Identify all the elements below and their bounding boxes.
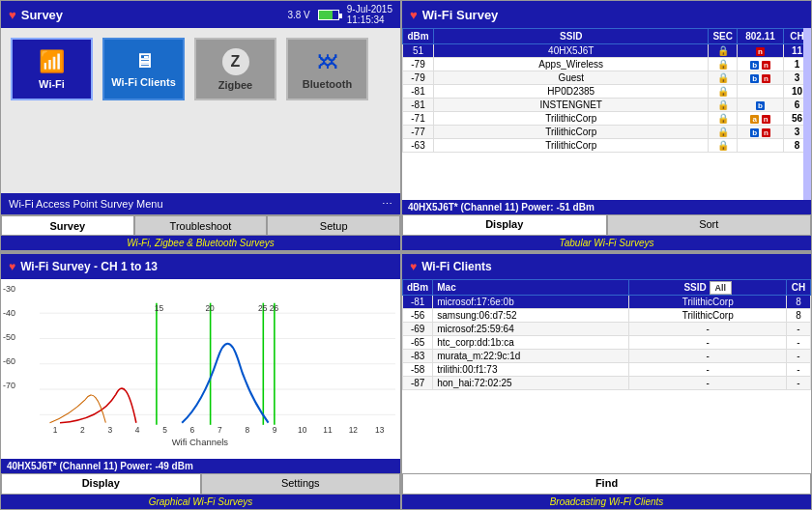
standard-tag-b: b <box>750 128 759 137</box>
y-label-60: -60 <box>3 356 15 366</box>
wifi-table-row[interactable]: -71TrilithicCorp🔒a n 56 <box>403 112 811 126</box>
lock-icon: 🔒 <box>717 45 729 56</box>
date-display: 9-Jul-2015 <box>347 4 392 14</box>
graph-tab-display[interactable]: Display <box>1 473 201 495</box>
clients-table-row[interactable]: -56samsung:06:d7:52TrilithicCorp8 <box>403 309 811 323</box>
svg-text:5: 5 <box>162 425 167 435</box>
survey-title: Survey <box>21 8 63 22</box>
graph-tab-bar: Display Settings <box>1 473 400 495</box>
lock-icon: 🔒 <box>717 86 729 97</box>
standard-tag-n: n <box>762 128 770 137</box>
svg-text:10: 10 <box>298 425 307 435</box>
wifi-row-dbm: -71 <box>403 112 434 126</box>
clients-table-row[interactable]: -69microsof:25:59:64-- <box>403 323 811 336</box>
client-ch: - <box>787 377 811 390</box>
wifi-row-sec: 🔒 <box>709 112 738 126</box>
clients-tab-find[interactable]: Find <box>402 473 811 495</box>
tab-survey[interactable]: Survey <box>1 215 134 236</box>
wifi-survey-caption: Tabular Wi-Fi Surveys <box>402 236 811 250</box>
clients-table-row[interactable]: -65htc_corp:dd:1b:ca-- <box>403 336 811 350</box>
scroll-indicator[interactable] <box>803 28 811 200</box>
graph-bottom-info: 40HX5J6T* (Channel 11) Power: -49 dBm <box>1 459 400 473</box>
zigbee-icon: Z <box>222 48 249 75</box>
wifi-clients-button[interactable]: 🖥 Wi-Fi Clients <box>102 38 185 100</box>
clients-table-row[interactable]: -58trilithi:00:f1:73-- <box>403 363 811 377</box>
wifi-label: Wi-Fi <box>39 78 65 90</box>
client-ch: 8 <box>787 309 811 323</box>
wifi-table-header-row: dBm SSID SEC 802.11 CH <box>403 29 811 44</box>
tab-troubleshoot[interactable]: Troubleshoot <box>134 215 268 236</box>
bluetooth-button[interactable]: ⯵ Bluetooth <box>286 38 368 100</box>
wifi-table-row[interactable]: -79Apps_Wireless🔒b n 1 <box>403 58 811 71</box>
wifi-row-sec: 🔒 <box>709 58 738 71</box>
wifi-row-dbm: -79 <box>403 71 434 85</box>
wifi-survey-table: dBm SSID SEC 802.11 CH 5140HX5J6T🔒n 11-7… <box>402 28 811 153</box>
wifi-table-row[interactable]: -81HP0D2385🔒10 <box>403 85 811 99</box>
clients-caption: Broadcasting Wi-Fi Clients <box>402 495 811 509</box>
lock-icon: 🔒 <box>717 127 729 137</box>
wifi-tab-display[interactable]: Display <box>402 214 607 236</box>
clients-header-row: dBm Mac SSID All CH <box>403 280 811 296</box>
client-ssid: - <box>629 336 787 350</box>
client-mac: htc_corp:dd:1b:ca <box>433 336 629 350</box>
zigbee-button[interactable]: Z Zigbee <box>194 38 276 100</box>
clients-table-row[interactable]: -87hon_hai:72:02:25-- <box>403 377 811 390</box>
heart-icon: ♥ <box>9 8 16 22</box>
wifi-row-dbm: -63 <box>403 139 434 153</box>
standard-tag-n: n <box>756 47 765 56</box>
wifi-button[interactable]: 📶 Wi-Fi <box>11 38 93 100</box>
clients-table-row[interactable]: -83murata_m:22:9c:1d-- <box>403 350 811 363</box>
wifi-table-row[interactable]: 5140HX5J6T🔒n 11 <box>403 44 811 58</box>
wifi-row-ssid: HP0D2385 <box>434 85 709 99</box>
wifi-row-dbm: -79 <box>403 58 434 71</box>
all-badge[interactable]: All <box>710 281 733 295</box>
time-display: 11:15:34 <box>347 14 392 25</box>
wifi-survey-heart-icon: ♥ <box>410 8 418 22</box>
wifi-icon: 📶 <box>39 49 65 74</box>
graph-header: ♥ Wi-Fi Survey - CH 1 to 13 <box>1 254 400 279</box>
wifi-table-row[interactable]: -79Guest🔒b n 3 <box>403 71 811 85</box>
graph-caption: Graphical Wi-Fi Surveys <box>1 495 400 509</box>
left-header: ♥ Survey 3.8 V 9-Jul-2015 11:15:34 <box>1 1 400 28</box>
wifi-tab-sort[interactable]: Sort <box>607 214 812 236</box>
standard-tag-n: n <box>762 61 770 70</box>
monitor-icon: 🖥 <box>134 50 154 72</box>
wifi-clients-panel: ♥ Wi-Fi Clients dBm Mac SSID All CH <box>401 253 812 510</box>
clients-caption-text: Broadcasting Wi-Fi Clients <box>550 496 664 507</box>
wifi-survey-title: Wi-Fi Survey <box>422 8 499 22</box>
tab-setup[interactable]: Setup <box>267 215 400 236</box>
client-ch: - <box>787 323 811 336</box>
wifi-table-row[interactable]: -81INSTENGNET🔒b 6 <box>403 99 811 112</box>
wifi-row-ssid: Guest <box>434 71 709 85</box>
client-dbm: -83 <box>403 350 433 363</box>
wifi-row-standard: n <box>738 44 784 58</box>
wifi-survey-caption-text: Tabular Wi-Fi Surveys <box>560 238 654 248</box>
svg-text:9: 9 <box>273 425 277 435</box>
lock-icon: 🔒 <box>717 99 729 110</box>
wifi-row-dbm: -81 <box>403 85 434 99</box>
clients-tab-bar: Find <box>402 473 811 495</box>
col-dbm: dBm <box>403 29 434 44</box>
wifi-row-standard: b <box>738 99 784 112</box>
client-ssid: - <box>629 363 787 377</box>
svg-text:20: 20 <box>205 303 215 313</box>
graph-tab-settings[interactable]: Settings <box>201 473 401 495</box>
wifi-row-dbm: -81 <box>403 99 434 112</box>
wifi-table-row[interactable]: -77TrilithicCorp🔒b n 3 <box>403 126 811 139</box>
wifi-row-dbm: 51 <box>403 44 434 58</box>
client-ch: - <box>787 363 811 377</box>
wifi-row-standard <box>738 85 784 99</box>
menu-title: Wi-Fi Access Point Survey Menu <box>9 198 163 210</box>
wifi-row-sec: 🔒 <box>709 44 738 58</box>
clients-table-row[interactable]: -81microsof:17:6e:0bTrilithicCorp8 <box>403 296 811 309</box>
y-label-70: -70 <box>3 381 15 390</box>
left-caption: Wi-Fi, Zigbee & Bluetooth Surveys <box>1 236 400 250</box>
icon-buttons-group: 📶 Wi-Fi 🖥 Wi-Fi Clients Z Zigbee ⯵ Bluet… <box>1 28 400 110</box>
svg-text:Wifi Channels: Wifi Channels <box>172 437 229 447</box>
client-ch: 8 <box>787 296 811 309</box>
battery-indicator <box>318 10 339 20</box>
graph-svg: 15 20 25 26 1 2 3 4 5 6 7 <box>40 284 395 454</box>
wifi-survey-header: ♥ Wi-Fi Survey <box>402 1 811 28</box>
wifi-survey-tab-bar: Display Sort <box>402 214 811 236</box>
wifi-table-row[interactable]: -63TrilithicCorp🔒8 <box>403 139 811 153</box>
